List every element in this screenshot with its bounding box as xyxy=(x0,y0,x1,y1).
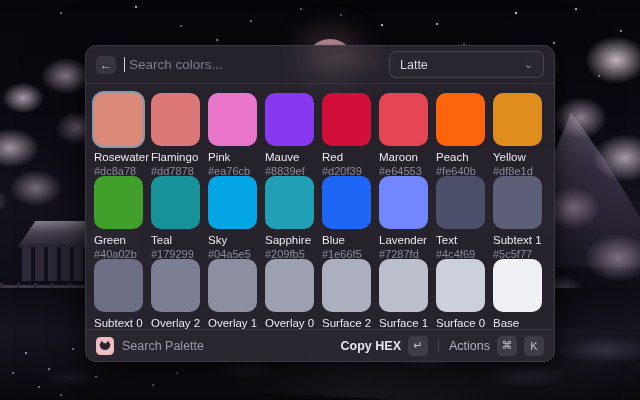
palette-grid-viewport: Rosewater#dc8a78Flamingo#dd7878Pink#ea76… xyxy=(86,84,554,331)
color-swatch-cell[interactable]: Overlay 2 xyxy=(151,259,200,331)
color-swatch[interactable] xyxy=(493,176,542,229)
color-swatch-cell[interactable]: Subtext 0 xyxy=(94,259,143,331)
color-swatch-cell[interactable]: Mauve#8839ef xyxy=(265,93,314,176)
color-swatch[interactable] xyxy=(208,259,257,312)
chevron-down-icon: ⌄ xyxy=(524,59,533,70)
color-swatch-cell[interactable]: Green#40a02b xyxy=(94,176,143,259)
color-swatch[interactable] xyxy=(94,259,143,312)
app-name: Search Palette xyxy=(122,339,204,353)
color-swatch[interactable] xyxy=(151,93,200,146)
color-name: Maroon xyxy=(379,151,428,163)
color-swatch-cell[interactable]: Overlay 0 xyxy=(265,259,314,331)
color-swatch-cell[interactable]: Surface 0 xyxy=(436,259,485,331)
search-header: ← Search colors... Latte ⌄ xyxy=(86,46,554,84)
color-name: Sky xyxy=(208,234,257,246)
color-name: Subtext 0 xyxy=(94,317,143,329)
color-swatch[interactable] xyxy=(436,176,485,229)
command-key-icon: ⌘ xyxy=(497,336,517,356)
color-swatch-cell[interactable]: Yellow#df8e1d xyxy=(493,93,542,176)
color-swatch[interactable] xyxy=(436,259,485,312)
footer-actions: Copy HEX ↵ Actions ⌘ K xyxy=(341,336,544,356)
action-bar: Search Palette Copy HEX ↵ Actions ⌘ K xyxy=(86,329,554,361)
color-swatch-cell[interactable]: Surface 2 xyxy=(322,259,371,331)
color-name: Rosewater xyxy=(94,151,143,163)
color-swatch-cell[interactable]: Sapphire#209fb5 xyxy=(265,176,314,259)
color-name: Yellow xyxy=(493,151,542,163)
color-swatch-cell[interactable]: Lavender#7287fd xyxy=(379,176,428,259)
color-swatch[interactable] xyxy=(151,259,200,312)
return-key-icon: ↵ xyxy=(408,336,428,356)
color-name: Overlay 0 xyxy=(265,317,314,329)
color-name: Surface 2 xyxy=(322,317,371,329)
color-swatch[interactable] xyxy=(493,93,542,146)
color-name: Overlay 2 xyxy=(151,317,200,329)
color-swatch[interactable] xyxy=(265,259,314,312)
flavor-dropdown-value: Latte xyxy=(400,58,428,72)
color-swatch-cell[interactable]: Subtext 1#5c5f77 xyxy=(493,176,542,259)
color-name: Teal xyxy=(151,234,200,246)
color-swatch[interactable] xyxy=(322,93,371,146)
color-name: Pink xyxy=(208,151,257,163)
color-name: Red xyxy=(322,151,371,163)
k-key-icon: K xyxy=(524,336,544,356)
color-name: Flamingo xyxy=(151,151,200,163)
arrow-left-icon: ← xyxy=(100,58,112,72)
color-swatch[interactable] xyxy=(208,176,257,229)
color-swatch[interactable] xyxy=(322,259,371,312)
color-swatch-cell[interactable]: Surface 1 xyxy=(379,259,428,331)
color-name: Lavender xyxy=(379,234,428,246)
color-swatch[interactable] xyxy=(493,259,542,312)
color-name: Overlay 1 xyxy=(208,317,257,329)
color-name: Sapphire xyxy=(265,234,314,246)
actions-button[interactable]: Actions xyxy=(449,339,490,353)
catppuccin-cat-icon xyxy=(96,337,114,355)
color-name: Subtext 1 xyxy=(493,234,542,246)
footer-divider xyxy=(438,340,439,352)
color-swatch[interactable] xyxy=(94,176,143,229)
color-swatch[interactable] xyxy=(379,259,428,312)
color-swatch[interactable] xyxy=(322,176,371,229)
color-swatch-cell[interactable]: Teal#179299 xyxy=(151,176,200,259)
color-name: Surface 1 xyxy=(379,317,428,329)
color-swatch[interactable] xyxy=(94,93,143,146)
color-swatch-cell[interactable]: Pink#ea76cb xyxy=(208,93,257,176)
color-grid: Rosewater#dc8a78Flamingo#dd7878Pink#ea76… xyxy=(94,93,554,331)
color-name: Mauve xyxy=(265,151,314,163)
color-name: Peach xyxy=(436,151,485,163)
back-button[interactable]: ← xyxy=(96,56,116,74)
copy-hex-button[interactable]: Copy HEX xyxy=(341,339,401,353)
color-swatch-cell[interactable]: Sky#04a5e5 xyxy=(208,176,257,259)
color-swatch-cell[interactable]: Rosewater#dc8a78 xyxy=(94,93,143,176)
color-swatch[interactable] xyxy=(379,176,428,229)
search-input[interactable]: Search colors... xyxy=(129,57,223,72)
color-name: Text xyxy=(436,234,485,246)
color-name: Blue xyxy=(322,234,371,246)
flavor-dropdown[interactable]: Latte ⌄ xyxy=(389,51,544,78)
color-search-window: ← Search colors... Latte ⌄ Rosewater#dc8… xyxy=(85,45,555,362)
color-swatch[interactable] xyxy=(265,93,314,146)
color-swatch[interactable] xyxy=(379,93,428,146)
color-swatch-cell[interactable]: Peach#fe640b xyxy=(436,93,485,176)
color-swatch[interactable] xyxy=(265,176,314,229)
color-name: Surface 0 xyxy=(436,317,485,329)
color-name: Green xyxy=(94,234,143,246)
color-swatch-cell[interactable]: Text#4c4f69 xyxy=(436,176,485,259)
color-swatch[interactable] xyxy=(151,176,200,229)
color-swatch-cell[interactable]: Flamingo#dd7878 xyxy=(151,93,200,176)
color-swatch-cell[interactable]: Red#d20f39 xyxy=(322,93,371,176)
text-caret xyxy=(124,57,125,72)
color-swatch-cell[interactable]: Blue#1e66f5 xyxy=(322,176,371,259)
color-swatch[interactable] xyxy=(436,93,485,146)
color-swatch-cell[interactable]: Overlay 1 xyxy=(208,259,257,331)
color-swatch[interactable] xyxy=(208,93,257,146)
color-swatch-cell[interactable]: Base xyxy=(493,259,542,331)
color-name: Base xyxy=(493,317,542,329)
color-swatch-cell[interactable]: Maroon#e64553 xyxy=(379,93,428,176)
